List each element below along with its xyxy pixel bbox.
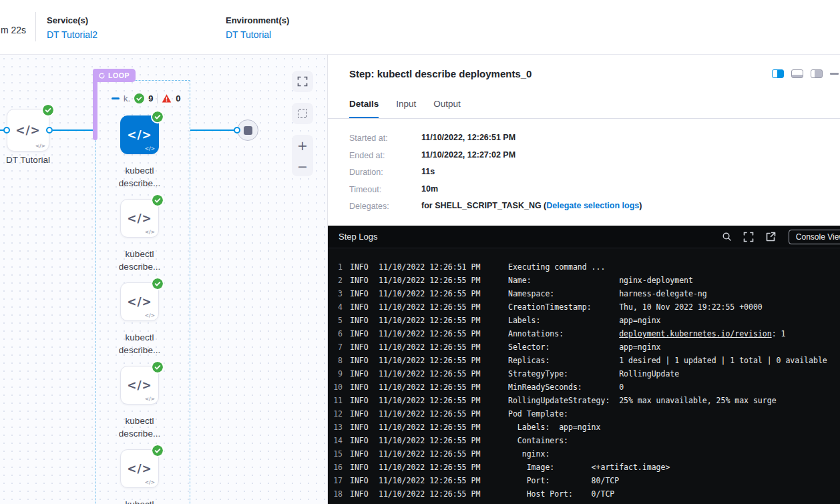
service-block: Service(s) DT Tutorial2: [47, 15, 97, 40]
pipeline-execution-view: m 22s Service(s) DT Tutorial2 Environmen…: [0, 0, 840, 504]
environment-label: Environment(s): [226, 15, 289, 25]
zoom-out-button[interactable]: −: [292, 156, 313, 176]
step-node[interactable]: </> </>: [120, 282, 159, 321]
log-timestamp: 11/10/2022 12:26:55 PM: [379, 461, 500, 474]
loop-badge-label: LOOP: [108, 71, 130, 79]
log-line: 8 INFO 11/10/2022 12:26:55 PM Replicas: …: [328, 354, 840, 367]
detail-row: Duration: 11s: [349, 168, 642, 177]
service-link[interactable]: DT Tutorial2: [47, 29, 97, 40]
step-node[interactable]: </> </>: [120, 199, 159, 238]
log-level: INFO: [350, 487, 370, 501]
delegate-selection-logs-link[interactable]: Delegate selection logs: [546, 201, 639, 210]
log-line-number: 6: [328, 327, 343, 340]
fullscreen-icon: [297, 76, 308, 87]
step-logs-console[interactable]: 1 INFO 11/10/2022 12:26:51 PM Executing …: [328, 248, 840, 504]
step-node[interactable]: </> </>: [120, 115, 159, 154]
log-line-number: 11: [328, 394, 343, 407]
loop-step: </> </> kubectl describe...: [120, 199, 159, 238]
log-timestamp: 11/10/2022 12:26:55 PM: [379, 381, 500, 394]
open-in-new-tab-icon[interactable]: [765, 232, 776, 242]
log-line-number: 8: [328, 354, 343, 367]
code-icon: </>: [127, 212, 152, 225]
fullscreen-logs-icon[interactable]: [743, 232, 754, 242]
log-level: INFO: [350, 274, 370, 287]
log-message: Labels: app=nginx: [508, 421, 600, 434]
pipeline-canvas[interactable]: </> </> DT Tutorial LOOP k.: [0, 55, 329, 504]
elapsed-duration: m 22s: [1, 25, 26, 35]
log-message: Host Port: 0/TCP: [508, 487, 614, 501]
log-level: INFO: [350, 327, 370, 340]
log-message: StrategyType: RollingUpdate: [508, 367, 679, 381]
console-view-button[interactable]: Console View: [789, 230, 840, 244]
log-line: 18 INFO 11/10/2022 12:26:55 PM Host Port…: [328, 487, 840, 501]
step-detail-tabs: Details Input Output: [328, 99, 840, 119]
log-line-number: 5: [328, 314, 343, 327]
execution-topbar: m 22s Service(s) DT Tutorial2 Environmen…: [0, 0, 840, 55]
node-out-port[interactable]: [46, 127, 53, 134]
log-timestamp: 11/10/2022 12:26:55 PM: [379, 434, 500, 447]
stop-icon: [244, 126, 252, 135]
log-line: 11 INFO 11/10/2022 12:26:55 PM RollingUp…: [328, 394, 840, 407]
log-level: INFO: [350, 447, 370, 461]
detail-row: Timeout: 10m: [349, 185, 642, 194]
log-line-number: 15: [328, 447, 343, 461]
success-check-icon: [43, 105, 53, 115]
detail-label: Delegates:: [349, 202, 421, 211]
log-line-number: 3: [328, 287, 343, 300]
node-in-port[interactable]: [3, 127, 10, 134]
detail-row: Ended at: 11/10/2022, 12:27:02 PM: [349, 151, 642, 160]
loop-badge[interactable]: LOOP: [93, 69, 136, 82]
code-icon: </>: [127, 462, 152, 475]
success-check-icon: [152, 278, 163, 289]
log-line-number: 14: [328, 434, 343, 447]
loop-group-header: k. 9 0: [112, 92, 181, 104]
layout-dock-right-icon[interactable]: [811, 69, 823, 78]
loop-step: </> </> kubectl describe...: [120, 366, 159, 405]
loop-step: </> </> kubectl describe...: [120, 115, 159, 154]
log-message: nginx:: [508, 447, 550, 461]
success-check-icon: [152, 362, 163, 372]
step-node[interactable]: </> </>: [120, 449, 159, 488]
zoom-control: + −: [292, 135, 313, 176]
end-node-port[interactable]: [234, 127, 240, 134]
log-message: Replicas: 1 desired | 1 updated | 1 tota…: [508, 354, 827, 367]
log-line-number: 10: [328, 381, 343, 394]
layout-dock-bottom-icon[interactable]: [791, 69, 803, 78]
collapse-group-icon[interactable]: [112, 97, 120, 99]
count-divider: [157, 93, 158, 103]
detail-label: Ended at:: [349, 151, 421, 160]
log-level: INFO: [350, 260, 370, 274]
log-message: Selector: app=nginx: [508, 340, 660, 354]
search-logs-icon[interactable]: [722, 232, 732, 242]
code-icon: </>: [127, 379, 152, 392]
log-line: 10 INFO 11/10/2022 12:26:55 PM MinReadyS…: [328, 381, 840, 394]
success-check-icon: [152, 195, 163, 206]
loop-step: </> </> kubectl describe...: [120, 282, 159, 321]
step-details-panel: Step: kubectl describe deployments_0 Det…: [327, 55, 840, 504]
log-timestamp: 11/10/2022 12:26:55 PM: [379, 314, 500, 327]
success-count-icon: [134, 93, 144, 103]
stage-node-dt-tutorial[interactable]: </> </>: [7, 109, 49, 152]
fit-to-screen-button[interactable]: [292, 71, 313, 92]
minimize-panel-icon[interactable]: [830, 73, 839, 75]
tab-input[interactable]: Input: [396, 99, 416, 118]
environment-link[interactable]: DT Tutorial: [226, 29, 289, 40]
zoom-in-button[interactable]: +: [292, 135, 313, 156]
log-line: 13 INFO 11/10/2022 12:26:55 PM Labels: a…: [328, 421, 840, 434]
detail-value: 10m: [421, 185, 438, 194]
log-timestamp: 11/10/2022 12:26:51 PM: [379, 260, 500, 274]
log-timestamp: 11/10/2022 12:26:55 PM: [379, 487, 500, 501]
success-check-icon: [152, 445, 163, 456]
log-timestamp: 11/10/2022 12:26:55 PM: [379, 274, 500, 287]
connector-line: [53, 130, 95, 131]
loop-step: </> </> kubectl describe...: [120, 449, 159, 488]
marquee-select-button[interactable]: [292, 103, 313, 124]
annotation-revision-link: deployment.kubernetes.io/revision: [619, 329, 771, 338]
layout-split-right-active-icon[interactable]: [772, 69, 784, 78]
log-message: Annotations: deployment.kubernetes.io/re…: [508, 327, 785, 340]
tab-output[interactable]: Output: [433, 99, 461, 118]
success-check-icon: [152, 111, 163, 122]
log-timestamp: 11/10/2022 12:26:55 PM: [379, 367, 500, 381]
tab-details[interactable]: Details: [349, 99, 379, 118]
step-node[interactable]: </> </>: [120, 366, 159, 405]
